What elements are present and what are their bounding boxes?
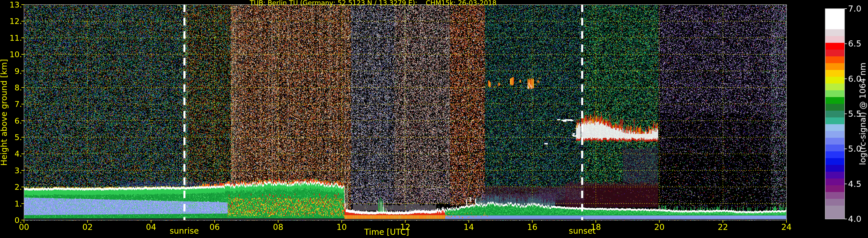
y-tick-label: 9. [14, 66, 22, 75]
page-title: TUB: Berlin TU (Germany; 52.5123 N / 13.… [250, 0, 496, 7]
ceilometer-heatmap-canvas [0, 0, 868, 238]
x-tick-label: 04 [146, 223, 156, 232]
x-tick-label: 20 [654, 223, 665, 232]
ceilometer-quicklook: TUB: Berlin TU (Germany; 52.5123 N / 13.… [0, 0, 868, 238]
y-tick-label: 4. [14, 149, 22, 158]
colorbar-tick-label: 4.0 [848, 214, 861, 224]
y-tick-label: 1. [14, 199, 22, 208]
colorbar-tick-label: 7.0 [848, 4, 861, 13]
x-tick-label: 08 [273, 223, 283, 232]
x-tick-label: 24 [781, 223, 792, 232]
y-tick-label: 13. [9, 0, 22, 9]
colorbar-tick-label: 5.0 [848, 144, 861, 154]
x-tick-label: 14 [464, 223, 474, 232]
x-tick-label: 02 [83, 223, 93, 232]
y-tick-label: 3. [14, 166, 22, 175]
y-tick-label: 11. [9, 33, 22, 42]
x-tick-label: 16 [527, 223, 538, 232]
y-tick-label: 8. [14, 83, 22, 92]
x-tick-label: 00 [19, 223, 29, 232]
colorbar-tick-label: 6.5 [848, 39, 861, 48]
x-tick-label: 12 [400, 223, 410, 232]
x-tick-label: 10 [337, 223, 347, 232]
y-tick-label: 7. [14, 100, 22, 109]
y-tick-label: 2. [14, 182, 22, 192]
colorbar-tick-label: 4.5 [848, 179, 861, 189]
colorbar-tick-label: 6.0 [848, 74, 861, 84]
sunrise-annotation: sunrise [169, 226, 199, 236]
y-tick-label: 5. [14, 133, 22, 142]
x-tick-label: 06 [209, 223, 220, 232]
y-tick-label: 6. [14, 116, 22, 125]
y-tick-label: 12. [9, 17, 22, 26]
colorbar-tick-label: 5.5 [848, 109, 861, 119]
y-tick-label: 10. [9, 50, 22, 59]
y-axis-label: Height above ground [km] [0, 59, 9, 166]
x-tick-label: 22 [718, 223, 728, 232]
x-tick-label: 18 [591, 223, 601, 232]
